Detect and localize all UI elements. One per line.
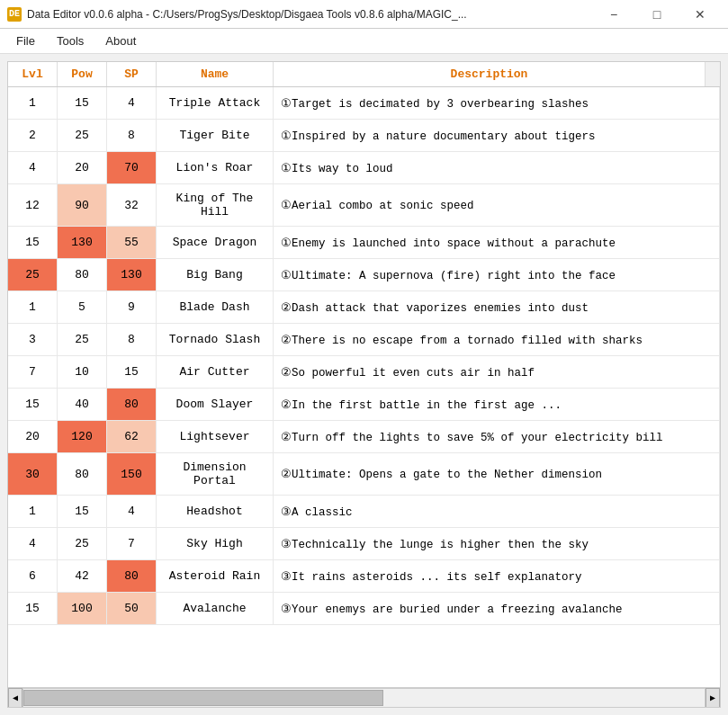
cell-name: Blade Dash bbox=[157, 291, 274, 323]
table-row[interactable]: 3080150Dimension Portal②Ultimate: Opens … bbox=[8, 453, 720, 496]
table-row[interactable]: 2580130Big Bang①Ultimate: A supernova (f… bbox=[8, 259, 720, 291]
cell-pow: 25 bbox=[58, 324, 107, 355]
cell-lvl: 1 bbox=[8, 496, 58, 527]
cell-lvl: 7 bbox=[8, 356, 58, 388]
cell-desc: ②Dash attack that vaporizes enemies into… bbox=[274, 291, 720, 323]
cell-lvl: 1 bbox=[8, 87, 58, 119]
menu-file[interactable]: File bbox=[7, 31, 44, 51]
cell-pow: 42 bbox=[58, 560, 107, 592]
cell-lvl: 6 bbox=[8, 560, 58, 592]
table-row[interactable]: 4257Sky High③Technically the lunge is hi… bbox=[8, 528, 720, 560]
cell-lvl: 15 bbox=[8, 593, 58, 624]
col-name: Name bbox=[157, 62, 274, 86]
cell-sp: 9 bbox=[107, 291, 157, 323]
cell-name: Headshot bbox=[157, 496, 274, 527]
cell-desc: ③It rains asteroids ... its self explana… bbox=[274, 560, 720, 592]
cell-lvl: 15 bbox=[8, 389, 58, 420]
scroll-left-button[interactable]: ◀ bbox=[8, 688, 22, 708]
table-row[interactable]: 1510050Avalanche③Your enemys are buried … bbox=[8, 593, 720, 625]
table-row[interactable]: 71015Air Cutter②So powerful it even cuts… bbox=[8, 356, 720, 389]
cell-pow: 15 bbox=[58, 496, 107, 527]
cell-lvl: 4 bbox=[8, 528, 58, 559]
cell-pow: 20 bbox=[58, 152, 107, 183]
table-row[interactable]: 159Blade Dash②Dash attack that vaporizes… bbox=[8, 291, 720, 324]
cell-name: Asteroid Rain bbox=[157, 560, 274, 592]
cell-desc: ②Turn off the lights to save 5% of your … bbox=[274, 421, 720, 452]
table-body[interactable]: 1154Triple Attack①Target is decimated by… bbox=[8, 87, 720, 687]
main-area: Lvl Pow SP Name Description 1154Triple A… bbox=[7, 61, 721, 708]
cell-desc: ①Aerial combo at sonic speed bbox=[274, 184, 720, 226]
cell-sp: 62 bbox=[107, 421, 157, 452]
cell-name: Big Bang bbox=[157, 259, 274, 290]
cell-name: Dimension Portal bbox=[157, 453, 274, 495]
table-row[interactable]: 2012062Lightsever②Turn off the lights to… bbox=[8, 421, 720, 453]
cell-sp: 150 bbox=[107, 453, 157, 495]
cell-lvl: 1 bbox=[8, 291, 58, 323]
cell-desc: ③Technically the lunge is higher then th… bbox=[274, 528, 720, 559]
close-button[interactable]: ✕ bbox=[679, 0, 721, 29]
table-row[interactable]: 2258Tiger Bite①Inspired by a nature docu… bbox=[8, 120, 720, 152]
cell-name: Avalanche bbox=[157, 593, 274, 624]
cell-sp: 4 bbox=[107, 496, 157, 527]
cell-pow: 40 bbox=[58, 389, 107, 420]
horizontal-scrollbar[interactable]: ◀ ▶ bbox=[8, 687, 720, 707]
cell-sp: 80 bbox=[107, 389, 157, 420]
app-icon: DE bbox=[7, 7, 22, 22]
cell-name: Sky High bbox=[157, 528, 274, 559]
menu-tools[interactable]: Tools bbox=[48, 31, 93, 51]
cell-lvl: 15 bbox=[8, 227, 58, 258]
cell-sp: 15 bbox=[107, 356, 157, 388]
menu-bar: File Tools About bbox=[0, 29, 728, 54]
cell-desc: ②There is no escape from a tornado fille… bbox=[274, 324, 720, 355]
maximize-button[interactable]: □ bbox=[636, 0, 678, 29]
cell-name: Lion's Roar bbox=[157, 152, 274, 183]
scroll-right-button[interactable]: ▶ bbox=[706, 688, 720, 708]
table-row[interactable]: 1154Triple Attack①Target is decimated by… bbox=[8, 87, 720, 120]
cell-desc: ②Ultimate: Opens a gate to the Nether di… bbox=[274, 453, 720, 495]
hscroll-track[interactable] bbox=[22, 688, 706, 708]
cell-sp: 70 bbox=[107, 152, 157, 183]
title-bar: DE Data Editor v0.0.6 alpha - C:/Users/P… bbox=[0, 0, 728, 29]
cell-pow: 120 bbox=[58, 421, 107, 452]
window-title: Data Editor v0.0.6 alpha - C:/Users/Prog… bbox=[27, 8, 593, 21]
cell-sp: 130 bbox=[107, 259, 157, 290]
cell-lvl: 4 bbox=[8, 152, 58, 183]
cell-desc: ③A classic bbox=[274, 496, 720, 527]
table-row[interactable]: 1513055Space Dragon①Enemy is launched in… bbox=[8, 227, 720, 259]
table-row[interactable]: 42070Lion's Roar①Its way to loud bbox=[8, 152, 720, 184]
cell-sp: 50 bbox=[107, 593, 157, 624]
cell-desc: ①Enemy is launched into space without a … bbox=[274, 227, 720, 258]
cell-desc: ①Target is decimated by 3 overbearing sl… bbox=[274, 87, 720, 119]
col-lvl: Lvl bbox=[8, 62, 58, 86]
table-row[interactable]: 129032King of The Hill①Aerial combo at s… bbox=[8, 184, 720, 227]
col-sp: SP bbox=[107, 62, 157, 86]
cell-pow: 80 bbox=[58, 453, 107, 495]
hscroll-thumb[interactable] bbox=[23, 690, 383, 706]
cell-sp: 8 bbox=[107, 120, 157, 151]
cell-sp: 7 bbox=[107, 528, 157, 559]
cell-pow: 130 bbox=[58, 227, 107, 258]
cell-name: Lightsever bbox=[157, 421, 274, 452]
cell-name: Air Cutter bbox=[157, 356, 274, 388]
cell-lvl: 12 bbox=[8, 184, 58, 226]
window-controls: − □ ✕ bbox=[593, 0, 721, 29]
col-pow: Pow bbox=[58, 62, 107, 86]
cell-desc: ②In the first battle in the first age ..… bbox=[274, 389, 720, 420]
table-row[interactable]: 64280Asteroid Rain③It rains asteroids ..… bbox=[8, 560, 720, 593]
cell-desc: ①Ultimate: A supernova (fire) right into… bbox=[274, 259, 720, 290]
cell-pow: 5 bbox=[58, 291, 107, 323]
menu-about[interactable]: About bbox=[96, 31, 145, 51]
cell-lvl: 30 bbox=[8, 453, 58, 495]
table-header: Lvl Pow SP Name Description bbox=[8, 62, 720, 87]
cell-desc: ①Its way to loud bbox=[274, 152, 720, 183]
cell-name: Tiger Bite bbox=[157, 120, 274, 151]
cell-sp: 8 bbox=[107, 324, 157, 355]
cell-pow: 10 bbox=[58, 356, 107, 388]
minimize-button[interactable]: − bbox=[593, 0, 634, 29]
table-row[interactable]: 154080Doom Slayer②In the first battle in… bbox=[8, 389, 720, 421]
table-row[interactable]: 1154Headshot③A classic bbox=[8, 496, 720, 528]
cell-pow: 15 bbox=[58, 87, 107, 119]
cell-sp: 32 bbox=[107, 184, 157, 226]
cell-name: Doom Slayer bbox=[157, 389, 274, 420]
table-row[interactable]: 3258Tornado Slash②There is no escape fro… bbox=[8, 324, 720, 356]
